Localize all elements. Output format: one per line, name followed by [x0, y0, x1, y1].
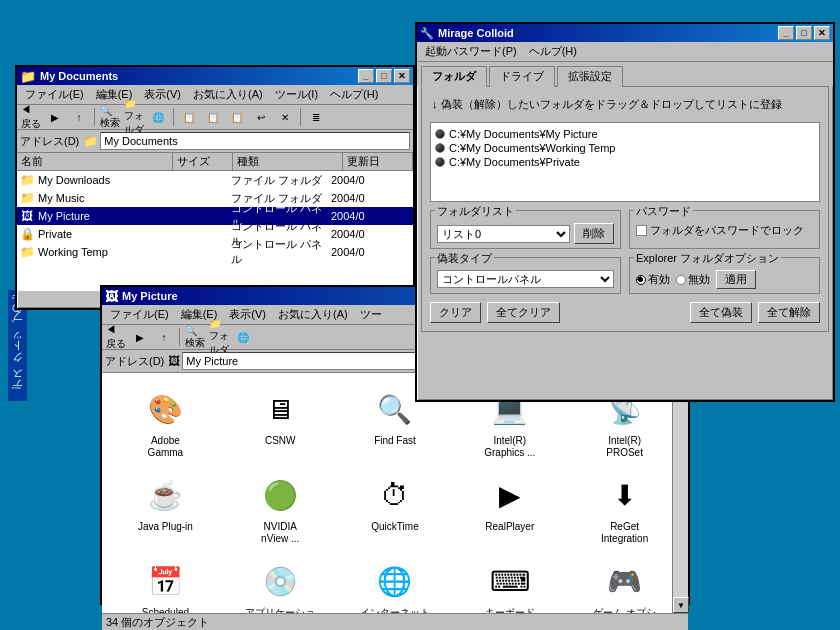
delete-button[interactable]: ✕ [274, 107, 296, 127]
delete-button[interactable]: 削除 [574, 223, 614, 244]
lock-folder-checkbox[interactable] [636, 225, 647, 236]
cp-item[interactable]: ⬇ ReGetIntegration [569, 467, 680, 549]
menu-bar: 起動パスワード(P) ヘルプ(H) [417, 42, 833, 62]
toolbar-separator-1 [94, 108, 95, 126]
file-name: My Picture [38, 210, 171, 222]
my-documents-window: 📁 My Documents _ □ ✕ ファイル(E) 編集(E) 表示(V)… [15, 65, 415, 310]
folder-button[interactable]: 📁フォルダ [123, 107, 145, 127]
path-text: C:¥My Documents¥My Picture [449, 128, 598, 140]
file-row[interactable]: 🔒 Private コントロール パネル 2004/0 [17, 225, 413, 243]
title-bar-text: 🔧 Mirage Colloid [420, 27, 514, 40]
globe-button[interactable]: 🌐 [147, 107, 169, 127]
tab-content: ↓ 偽装（解除）したいフォルダをドラッグ＆ドロップしてリストに登録 C:¥My … [421, 86, 829, 332]
window-title: My Documents [40, 70, 118, 82]
scroll-down-arrow[interactable]: ▼ [673, 597, 689, 613]
cp-item[interactable]: 🟢 NVIDIAnView ... [225, 467, 336, 549]
scrollbar-vertical[interactable]: ▲ ▼ [672, 373, 688, 613]
cp-item[interactable]: 💿 アプリケーションの追加と削除 [225, 553, 336, 613]
move-button[interactable]: 📋 [178, 107, 200, 127]
radio-enabled: 有効 [636, 272, 670, 287]
menu-help[interactable]: ヘルプ(H) [324, 86, 384, 103]
mirage-titlebar[interactable]: 🔧 Mirage Colloid _ □ ✕ [417, 24, 833, 42]
up-button[interactable]: ↑ [68, 107, 90, 127]
menu-favorites[interactable]: お気に入り(A) [187, 86, 269, 103]
back-button[interactable]: ◀ 戻る [20, 107, 42, 127]
cp-icon: 🔍 [371, 385, 419, 433]
back-button[interactable]: ◀ 戻る [105, 327, 127, 347]
menu-password[interactable]: 起動パスワード(P) [419, 43, 523, 60]
scroll-track[interactable] [673, 389, 688, 597]
folder-list-select[interactable]: リスト0 [437, 225, 570, 243]
menu-favorites[interactable]: お気に入り(A) [272, 306, 354, 323]
undo-button[interactable]: ↩ [250, 107, 272, 127]
up-button[interactable]: ↑ [153, 327, 175, 347]
folder-button[interactable]: 📁フォルダ [208, 327, 230, 347]
maximize-button[interactable]: □ [376, 69, 392, 83]
clear-all-button[interactable]: 全てクリア [487, 302, 560, 323]
forward-button[interactable]: ▶ [44, 107, 66, 127]
col-date[interactable]: 更新日 [343, 153, 413, 170]
cp-item[interactable]: ⌨ キーボード [454, 553, 565, 613]
menu-tools[interactable]: ツール(I) [269, 86, 324, 103]
menu-file[interactable]: ファイル(E) [19, 86, 90, 103]
file-row[interactable]: 📁 My Downloads ファイル フォルダ 2004/0 [17, 171, 413, 189]
file-list-header: 名前 サイズ 種類 更新日 [17, 153, 413, 171]
close-button[interactable]: ✕ [814, 26, 830, 40]
path-radio [435, 129, 445, 139]
clear-button[interactable]: クリア [430, 302, 481, 323]
col-size[interactable]: サイズ [173, 153, 233, 170]
undisguise-all-button[interactable]: 全て解除 [758, 302, 820, 323]
menu-file[interactable]: ファイル(E) [104, 306, 175, 323]
lock-folder-label: フォルダをパスワードでロック [650, 223, 804, 238]
paste-button[interactable]: 📋 [226, 107, 248, 127]
views-button[interactable]: ≣ [305, 107, 327, 127]
cp-item[interactable]: ☕ Java Plug-in [110, 467, 221, 549]
maximize-button[interactable]: □ [796, 26, 812, 40]
cp-item[interactable]: 📅 ScheduledTasks [110, 553, 221, 613]
address-input[interactable] [100, 132, 410, 150]
search-button[interactable]: 🔍検索 [184, 327, 206, 347]
close-button[interactable]: ✕ [394, 69, 410, 83]
disguise-type-select[interactable]: コントロールパネル [437, 270, 614, 288]
minimize-button[interactable]: _ [778, 26, 794, 40]
cp-label: Java Plug-in [138, 521, 193, 533]
menu-tools[interactable]: ツー [354, 306, 388, 323]
tab-bar: フォルダ ドライブ 拡張設定 [417, 62, 833, 86]
col-type[interactable]: 種類 [233, 153, 343, 170]
radio-enabled-input[interactable] [636, 275, 646, 285]
file-row[interactable]: 📁 Working Temp コントロール パネル 2004/0 [17, 243, 413, 261]
cp-item[interactable]: 🖥 CSNW [225, 381, 336, 463]
toolbar-separator-1 [179, 328, 180, 346]
minimize-button[interactable]: _ [358, 69, 374, 83]
my-documents-titlebar[interactable]: 📁 My Documents _ □ ✕ [17, 67, 413, 85]
explorer-option-group: Explorer フォルダオプション 有効 無効 適用 [629, 257, 820, 294]
menu-view[interactable]: 表示(V) [223, 306, 272, 323]
tab-extended[interactable]: 拡張設定 [557, 66, 623, 87]
search-button[interactable]: 🔍検索 [99, 107, 121, 127]
menu-help[interactable]: ヘルプ(H) [523, 43, 583, 60]
file-row[interactable]: 📁 My Music ファイル フォルダ 2004/0 [17, 189, 413, 207]
file-name: Working Temp [38, 246, 171, 258]
file-row[interactable]: 🖼 My Picture コントロール パネル 2004/0 [17, 207, 413, 225]
mirage-action-bar: クリア 全てクリア 全て偽装 全て解除 [430, 302, 820, 323]
file-date: 2004/0 [331, 210, 411, 222]
forward-button[interactable]: ▶ [129, 327, 151, 347]
disguise-all-button[interactable]: 全て偽装 [690, 302, 752, 323]
apply-button[interactable]: 適用 [716, 270, 756, 289]
col-name[interactable]: 名前 [17, 153, 173, 170]
type-option-row: 偽装タイプ コントロールパネル Explorer フォルダオプション 有効 [430, 257, 820, 294]
menu-view[interactable]: 表示(V) [138, 86, 187, 103]
globe-button[interactable]: 🌐 [232, 327, 254, 347]
file-date: 2004/0 [331, 228, 411, 240]
cp-item[interactable]: ⏱ QuickTime [340, 467, 451, 549]
radio-disabled-input[interactable] [676, 275, 686, 285]
path-item: C:¥My Documents¥Private [435, 155, 815, 169]
cp-item[interactable]: ▶ RealPlayer [454, 467, 565, 549]
path-list: C:¥My Documents¥My PictureC:¥My Document… [430, 122, 820, 202]
cp-item[interactable]: 🎮 ゲーム オプション [569, 553, 680, 613]
cp-item[interactable]: 🌐 インターネットオプション [340, 553, 451, 613]
tab-folder[interactable]: フォルダ [421, 66, 487, 87]
copy-button[interactable]: 📋 [202, 107, 224, 127]
cp-item[interactable]: 🎨 AdobeGamma [110, 381, 221, 463]
tab-drive[interactable]: ドライブ [489, 66, 555, 87]
